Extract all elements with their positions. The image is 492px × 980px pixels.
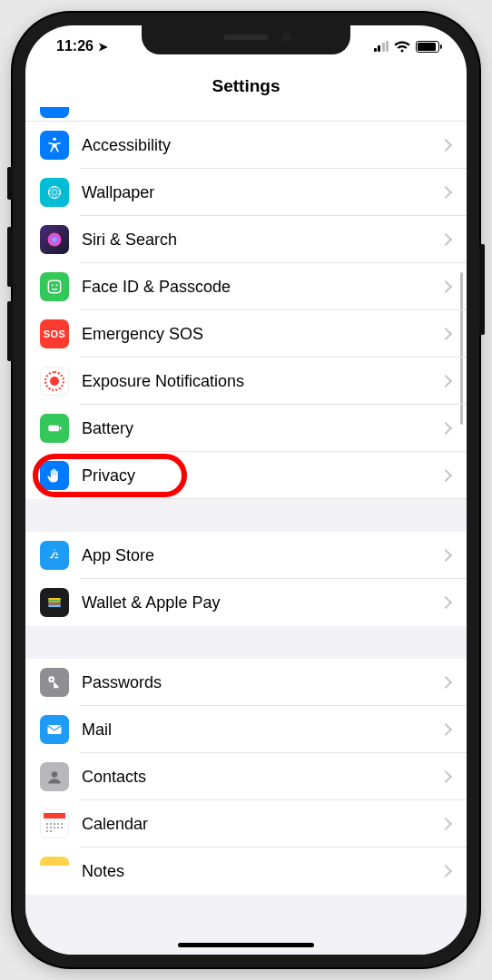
chevron-right-icon <box>439 280 452 293</box>
svg-rect-11 <box>60 426 62 429</box>
chevron-right-icon <box>439 770 452 783</box>
svg-point-23 <box>50 823 52 825</box>
status-left: 11:26 ➤ <box>47 38 108 54</box>
settings-row-label: Notes <box>82 862 441 881</box>
svg-rect-21 <box>44 813 65 818</box>
svg-point-29 <box>54 827 55 828</box>
svg-point-26 <box>61 823 63 825</box>
phone-frame: 11:26 ➤ Settings AccessibilityWallpaperS… <box>13 13 479 967</box>
settings-row-exposure-notifications[interactable]: Exposure Notifications <box>25 358 467 405</box>
settings-row-label: Battery <box>82 419 441 438</box>
svg-point-25 <box>57 823 59 825</box>
svg-point-27 <box>46 827 48 828</box>
settings-row-label: Accessibility <box>82 136 441 155</box>
faceid-icon <box>40 272 69 301</box>
svg-point-33 <box>50 830 52 832</box>
svg-point-18 <box>50 678 53 681</box>
page-title: Settings <box>25 76 467 96</box>
wifi-icon <box>394 41 410 53</box>
settings-row-label: Face ID & Passcode <box>82 278 441 297</box>
volume-up-button <box>7 227 13 287</box>
chevron-right-icon <box>439 233 452 246</box>
chevron-right-icon <box>439 139 452 152</box>
settings-row-privacy[interactable]: Privacy <box>25 452 467 499</box>
svg-point-2 <box>53 187 56 191</box>
wallpaper-icon <box>40 178 69 207</box>
settings-row-label: Siri & Search <box>82 230 441 250</box>
cellular-signal-icon <box>374 41 389 52</box>
settings-row-label: App Store <box>82 546 441 565</box>
wallet-icon <box>40 588 69 617</box>
section-gap <box>25 626 467 659</box>
settings-row-partial[interactable] <box>25 107 467 122</box>
settings-row-mail[interactable]: Mail <box>25 706 467 753</box>
svg-point-0 <box>53 138 56 142</box>
settings-row-battery[interactable]: Battery <box>25 405 467 452</box>
settings-row-label: Exposure Notifications <box>82 372 441 391</box>
chevron-right-icon <box>439 328 452 340</box>
volume-down-button <box>7 301 13 361</box>
settings-row-label: Mail <box>82 720 441 740</box>
settings-row-label: Wallpaper <box>82 183 441 202</box>
screen: 11:26 ➤ Settings AccessibilityWallpaperS… <box>25 25 467 955</box>
svg-point-3 <box>53 194 56 198</box>
svg-point-22 <box>46 823 48 825</box>
settings-row-app-store[interactable]: App Store <box>25 532 467 579</box>
svg-point-5 <box>56 191 60 194</box>
siri-icon <box>40 225 69 254</box>
settings-row-wallet-apple-pay[interactable]: Wallet & Apple Pay <box>25 579 467 626</box>
settings-section: App StoreWallet & Apple Pay <box>25 532 467 626</box>
chevron-right-icon <box>439 596 452 609</box>
exposure-icon <box>40 367 69 396</box>
settings-row-label: Emergency SOS <box>82 325 441 344</box>
settings-row-label: Contacts <box>82 768 441 787</box>
svg-point-28 <box>50 827 52 828</box>
notch <box>142 25 350 54</box>
privacy-icon <box>40 461 69 490</box>
settings-section: PasswordsMailContactsCalendarNotes <box>25 659 467 895</box>
section-gap <box>25 499 467 532</box>
chevron-right-icon <box>439 865 452 877</box>
settings-row-wallpaper[interactable]: Wallpaper <box>25 169 467 216</box>
settings-row-label: Calendar <box>82 815 441 834</box>
svg-point-4 <box>49 191 53 194</box>
settings-row-passwords[interactable]: Passwords <box>25 659 467 706</box>
accessibility-icon <box>40 131 69 160</box>
svg-point-31 <box>61 827 63 828</box>
contacts-icon <box>40 762 69 791</box>
row-separator <box>80 498 467 499</box>
settings-row-label: Privacy <box>82 466 441 485</box>
chevron-right-icon <box>439 186 452 199</box>
chevron-right-icon <box>439 469 452 482</box>
location-services-icon: ➤ <box>98 40 108 54</box>
settings-list[interactable]: AccessibilityWallpaperSiri & SearchFace … <box>25 107 467 955</box>
home-indicator[interactable] <box>178 943 314 947</box>
svg-point-6 <box>48 233 62 247</box>
settings-row-contacts[interactable]: Contacts <box>25 753 467 800</box>
settings-row-emergency-sos[interactable]: SOSEmergency SOS <box>25 310 467 358</box>
chevron-right-icon <box>439 676 452 689</box>
sos-icon: SOS <box>40 319 69 348</box>
svg-rect-10 <box>48 426 59 432</box>
svg-point-30 <box>57 827 59 828</box>
notes-icon <box>40 857 69 886</box>
settings-section: AccessibilityWallpaperSiri & SearchFace … <box>25 107 467 499</box>
settings-row-notes[interactable]: Notes <box>25 848 467 895</box>
svg-rect-15 <box>48 603 60 605</box>
settings-row-face-id-passcode[interactable]: Face ID & Passcode <box>25 263 467 310</box>
svg-point-20 <box>52 771 58 778</box>
chevron-right-icon <box>439 375 452 387</box>
svg-point-8 <box>52 284 54 286</box>
settings-row-siri-search[interactable]: Siri & Search <box>25 216 467 263</box>
settings-row-accessibility[interactable]: Accessibility <box>25 122 467 169</box>
chevron-right-icon <box>439 422 452 435</box>
svg-rect-13 <box>48 598 60 601</box>
battery-icon <box>416 41 439 53</box>
svg-rect-19 <box>48 725 62 734</box>
status-right <box>374 41 446 53</box>
chevron-right-icon <box>439 549 452 562</box>
settings-row-calendar[interactable]: Calendar <box>25 800 467 848</box>
svg-point-1 <box>48 186 60 198</box>
svg-point-32 <box>46 830 48 832</box>
calendar-icon <box>40 809 69 838</box>
